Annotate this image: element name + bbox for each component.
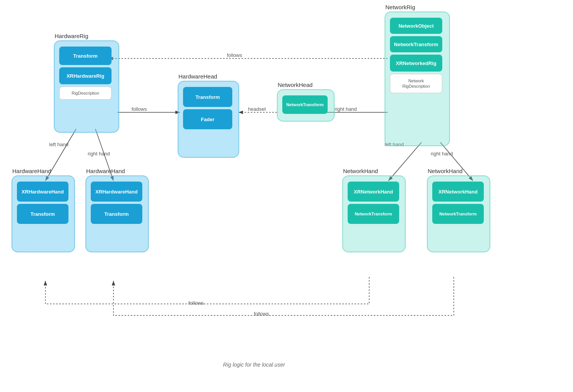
hw-hand-left-xrhardwarehand-box: XRHardwareHand — [17, 182, 68, 202]
right-hand-net-line — [440, 142, 473, 181]
hw-rig-xrhardwarerig-box: XRHardwareRig — [59, 67, 112, 84]
left-hand-net-line — [388, 142, 421, 181]
hw-hand-right-transform-box: Transform — [91, 204, 142, 224]
network-hand-right-label: NetworkHand — [428, 168, 463, 174]
headset-net-label: right hand — [335, 106, 357, 112]
net-rig-networkrigdescription-box: NetworkRigDescription — [390, 74, 442, 93]
hw-rig-rigdescription-box: RigDescription — [59, 87, 112, 100]
hw-hand-left-transform-box: Transform — [17, 204, 68, 224]
net-hand-left-xrnetworkhand-box: XRNetworkHand — [348, 182, 399, 202]
hw-hand-right-xrhardwarehand-box: XRHardwareHand — [91, 182, 142, 202]
hardware-rig-label: HardwareRig — [55, 33, 88, 39]
follows-bottom-right-label: follows — [254, 311, 269, 317]
network-head-label: NetworkHead — [278, 82, 313, 88]
network-rig-label: NetworkRig — [385, 4, 415, 10]
follows-right-hand-line — [113, 277, 454, 315]
follows-left-hand-line — [45, 277, 369, 304]
net-head-networktransform-box: NetworkTransform — [282, 95, 328, 114]
net-hand-right-xrnetworkhand-box: XRNetworkHand — [432, 182, 484, 202]
network-hand-left-label: NetworkHand — [343, 168, 378, 174]
follows-bottom-left-label: follows — [188, 300, 204, 306]
hardware-hand-right-label: HardwareHand — [86, 168, 125, 174]
follows-head-label: headset — [248, 106, 266, 112]
hardware-hand-left-group: HardwareHand XRHardwareHand Transform — [12, 175, 75, 252]
network-head-group: NetworkHead NetworkTransform — [277, 89, 335, 122]
network-hand-left-group: NetworkHand XRNetworkHand NetworkTransfo… — [342, 175, 406, 252]
network-hand-right-group: NetworkHand XRNetworkHand NetworkTransfo… — [427, 175, 490, 252]
net-rig-networktransform-box: NetworkTransform — [390, 36, 442, 52]
hw-head-fader-box: Fader — [183, 109, 232, 129]
hardware-head-group: HardwareHead Transform Fader — [178, 81, 239, 158]
footer-label: Rig logic for the local user — [223, 362, 285, 368]
hardware-head-label: HardwareHead — [178, 73, 217, 80]
diagram: follows follows headset right hand left … — [0, 0, 573, 392]
net-hand-right-networktransform-box: NetworkTransform — [432, 204, 484, 224]
left-hand-hw-label: left hand — [49, 142, 68, 147]
right-hand-hw-label: right hand — [88, 151, 110, 157]
hardware-hand-left-label: HardwareHand — [12, 168, 51, 174]
network-rig-group: NetworkRig NetworkObject NetworkTransfor… — [385, 12, 450, 146]
headset-hw-label: follows — [132, 106, 147, 112]
net-rig-xrnetworkedrig-box: XRNetworkedRig — [390, 55, 442, 72]
right-hand-net-label: right hand — [431, 151, 453, 157]
hardware-hand-right-group: HardwareHand XRHardwareHand Transform — [85, 175, 149, 252]
follows-top-label: follows — [227, 52, 242, 58]
hw-rig-transform-box: Transform — [59, 47, 112, 65]
hw-head-transform-box: Transform — [183, 87, 232, 107]
hardware-rig-group: HardwareRig Transform XRHardwareRig RigD… — [54, 40, 119, 133]
net-rig-networkobject-box: NetworkObject — [390, 18, 442, 34]
net-hand-left-networktransform-box: NetworkTransform — [348, 204, 399, 224]
